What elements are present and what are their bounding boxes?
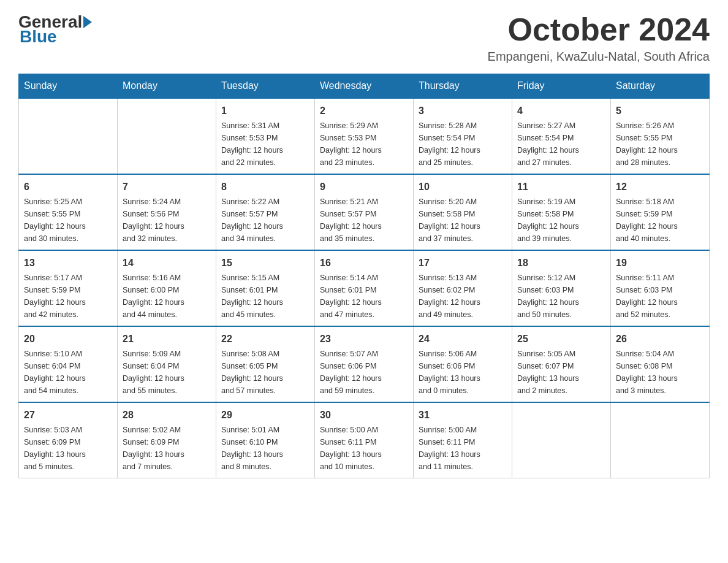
calendar-cell: 26Sunrise: 5:04 AM Sunset: 6:08 PM Dayli… xyxy=(611,326,710,402)
day-info: Sunrise: 5:22 AM Sunset: 5:57 PM Dayligh… xyxy=(221,196,309,245)
day-number: 10 xyxy=(419,180,507,194)
day-number: 11 xyxy=(517,180,605,194)
day-number: 23 xyxy=(320,332,408,347)
day-number: 2 xyxy=(320,104,408,118)
day-info: Sunrise: 5:08 AM Sunset: 6:05 PM Dayligh… xyxy=(221,348,309,397)
calendar-cell: 1Sunrise: 5:31 AM Sunset: 5:53 PM Daylig… xyxy=(216,98,315,174)
day-number: 3 xyxy=(419,104,507,118)
day-info: Sunrise: 5:21 AM Sunset: 5:57 PM Dayligh… xyxy=(320,196,408,245)
day-number: 26 xyxy=(616,332,704,347)
day-info: Sunrise: 5:17 AM Sunset: 5:59 PM Dayligh… xyxy=(24,272,112,321)
day-number: 13 xyxy=(24,256,112,270)
day-number: 17 xyxy=(419,256,507,270)
calendar-table: SundayMondayTuesdayWednesdayThursdayFrid… xyxy=(18,74,710,478)
day-number: 25 xyxy=(517,332,605,347)
header-saturday: Saturday xyxy=(611,74,710,99)
calendar-cell: 25Sunrise: 5:05 AM Sunset: 6:07 PM Dayli… xyxy=(512,326,611,402)
calendar-cell: 24Sunrise: 5:06 AM Sunset: 6:06 PM Dayli… xyxy=(414,326,512,402)
day-info: Sunrise: 5:12 AM Sunset: 6:03 PM Dayligh… xyxy=(517,272,605,321)
day-info: Sunrise: 5:00 AM Sunset: 6:11 PM Dayligh… xyxy=(419,424,507,473)
day-info: Sunrise: 5:13 AM Sunset: 6:02 PM Dayligh… xyxy=(419,272,507,321)
calendar-cell: 11Sunrise: 5:19 AM Sunset: 5:58 PM Dayli… xyxy=(512,174,611,250)
logo-arrow-icon xyxy=(83,16,92,28)
day-info: Sunrise: 5:28 AM Sunset: 5:54 PM Dayligh… xyxy=(419,120,507,169)
day-info: Sunrise: 5:09 AM Sunset: 6:04 PM Dayligh… xyxy=(123,348,211,397)
day-number: 21 xyxy=(123,332,211,347)
day-info: Sunrise: 5:25 AM Sunset: 5:55 PM Dayligh… xyxy=(24,196,112,245)
day-info: Sunrise: 5:26 AM Sunset: 5:55 PM Dayligh… xyxy=(616,120,704,169)
day-number: 4 xyxy=(517,104,605,118)
calendar-cell: 13Sunrise: 5:17 AM Sunset: 5:59 PM Dayli… xyxy=(19,250,118,326)
calendar-cell: 6Sunrise: 5:25 AM Sunset: 5:55 PM Daylig… xyxy=(19,174,118,250)
day-number: 7 xyxy=(123,180,211,194)
calendar-cell: 27Sunrise: 5:03 AM Sunset: 6:09 PM Dayli… xyxy=(19,402,118,478)
calendar-cell xyxy=(19,98,118,174)
day-info: Sunrise: 5:07 AM Sunset: 6:06 PM Dayligh… xyxy=(320,348,408,397)
day-number: 20 xyxy=(24,332,112,347)
day-info: Sunrise: 5:18 AM Sunset: 5:59 PM Dayligh… xyxy=(616,196,704,245)
day-number: 22 xyxy=(221,332,309,347)
calendar-cell xyxy=(611,402,710,478)
calendar-cell: 5Sunrise: 5:26 AM Sunset: 5:55 PM Daylig… xyxy=(611,98,710,174)
day-info: Sunrise: 5:00 AM Sunset: 6:11 PM Dayligh… xyxy=(320,424,408,473)
calendar-cell: 15Sunrise: 5:15 AM Sunset: 6:01 PM Dayli… xyxy=(216,250,315,326)
calendar-cell: 28Sunrise: 5:02 AM Sunset: 6:09 PM Dayli… xyxy=(118,402,216,478)
calendar-cell: 22Sunrise: 5:08 AM Sunset: 6:05 PM Dayli… xyxy=(216,326,315,402)
location-subtitle: Empangeni, KwaZulu-Natal, South Africa xyxy=(488,50,710,64)
day-info: Sunrise: 5:24 AM Sunset: 5:56 PM Dayligh… xyxy=(123,196,211,245)
calendar-cell: 3Sunrise: 5:28 AM Sunset: 5:54 PM Daylig… xyxy=(414,98,512,174)
calendar-week-row: 6Sunrise: 5:25 AM Sunset: 5:55 PM Daylig… xyxy=(19,174,710,250)
day-info: Sunrise: 5:29 AM Sunset: 5:53 PM Dayligh… xyxy=(320,120,408,169)
day-number: 16 xyxy=(320,256,408,270)
calendar-cell: 31Sunrise: 5:00 AM Sunset: 6:11 PM Dayli… xyxy=(414,402,512,478)
calendar-cell xyxy=(118,98,216,174)
day-info: Sunrise: 5:06 AM Sunset: 6:06 PM Dayligh… xyxy=(419,348,507,397)
calendar-cell: 16Sunrise: 5:14 AM Sunset: 6:01 PM Dayli… xyxy=(315,250,414,326)
day-number: 1 xyxy=(221,104,309,118)
header: General Blue October 2024 Empangeni, Kwa… xyxy=(18,12,710,64)
calendar-cell: 14Sunrise: 5:16 AM Sunset: 6:00 PM Dayli… xyxy=(118,250,216,326)
calendar-cell: 12Sunrise: 5:18 AM Sunset: 5:59 PM Dayli… xyxy=(611,174,710,250)
day-info: Sunrise: 5:05 AM Sunset: 6:07 PM Dayligh… xyxy=(517,348,605,397)
day-info: Sunrise: 5:03 AM Sunset: 6:09 PM Dayligh… xyxy=(24,424,112,473)
day-number: 31 xyxy=(419,408,507,423)
calendar-cell: 17Sunrise: 5:13 AM Sunset: 6:02 PM Dayli… xyxy=(414,250,512,326)
day-info: Sunrise: 5:15 AM Sunset: 6:01 PM Dayligh… xyxy=(221,272,309,321)
day-info: Sunrise: 5:20 AM Sunset: 5:58 PM Dayligh… xyxy=(419,196,507,245)
day-number: 18 xyxy=(517,256,605,270)
day-number: 27 xyxy=(24,408,112,423)
header-wednesday: Wednesday xyxy=(315,74,414,99)
calendar-cell: 4Sunrise: 5:27 AM Sunset: 5:54 PM Daylig… xyxy=(512,98,611,174)
calendar-cell xyxy=(512,402,611,478)
calendar-cell: 23Sunrise: 5:07 AM Sunset: 6:06 PM Dayli… xyxy=(315,326,414,402)
day-number: 5 xyxy=(616,104,704,118)
day-number: 9 xyxy=(320,180,408,194)
day-number: 8 xyxy=(221,180,309,194)
day-number: 6 xyxy=(24,180,112,194)
day-number: 29 xyxy=(221,408,309,423)
header-sunday: Sunday xyxy=(19,74,118,99)
day-info: Sunrise: 5:16 AM Sunset: 6:00 PM Dayligh… xyxy=(123,272,211,321)
calendar-header-row: SundayMondayTuesdayWednesdayThursdayFrid… xyxy=(19,74,710,99)
calendar-cell: 2Sunrise: 5:29 AM Sunset: 5:53 PM Daylig… xyxy=(315,98,414,174)
day-info: Sunrise: 5:04 AM Sunset: 6:08 PM Dayligh… xyxy=(616,348,704,397)
day-info: Sunrise: 5:14 AM Sunset: 6:01 PM Dayligh… xyxy=(320,272,408,321)
calendar-cell: 8Sunrise: 5:22 AM Sunset: 5:57 PM Daylig… xyxy=(216,174,315,250)
day-number: 12 xyxy=(616,180,704,194)
day-info: Sunrise: 5:02 AM Sunset: 6:09 PM Dayligh… xyxy=(123,424,211,473)
calendar-week-row: 1Sunrise: 5:31 AM Sunset: 5:53 PM Daylig… xyxy=(19,98,710,174)
month-title: October 2024 xyxy=(488,12,710,47)
calendar-cell: 10Sunrise: 5:20 AM Sunset: 5:58 PM Dayli… xyxy=(414,174,512,250)
calendar-cell: 21Sunrise: 5:09 AM Sunset: 6:04 PM Dayli… xyxy=(118,326,216,402)
title-area: October 2024 Empangeni, KwaZulu-Natal, S… xyxy=(488,12,710,64)
header-tuesday: Tuesday xyxy=(216,74,315,99)
day-info: Sunrise: 5:01 AM Sunset: 6:10 PM Dayligh… xyxy=(221,424,309,473)
calendar-cell: 7Sunrise: 5:24 AM Sunset: 5:56 PM Daylig… xyxy=(118,174,216,250)
day-info: Sunrise: 5:19 AM Sunset: 5:58 PM Dayligh… xyxy=(517,196,605,245)
day-number: 14 xyxy=(123,256,211,270)
calendar-week-row: 27Sunrise: 5:03 AM Sunset: 6:09 PM Dayli… xyxy=(19,402,710,478)
calendar-week-row: 20Sunrise: 5:10 AM Sunset: 6:04 PM Dayli… xyxy=(19,326,710,402)
logo-blue-text: Blue xyxy=(20,27,57,46)
header-thursday: Thursday xyxy=(414,74,512,99)
day-number: 24 xyxy=(419,332,507,347)
